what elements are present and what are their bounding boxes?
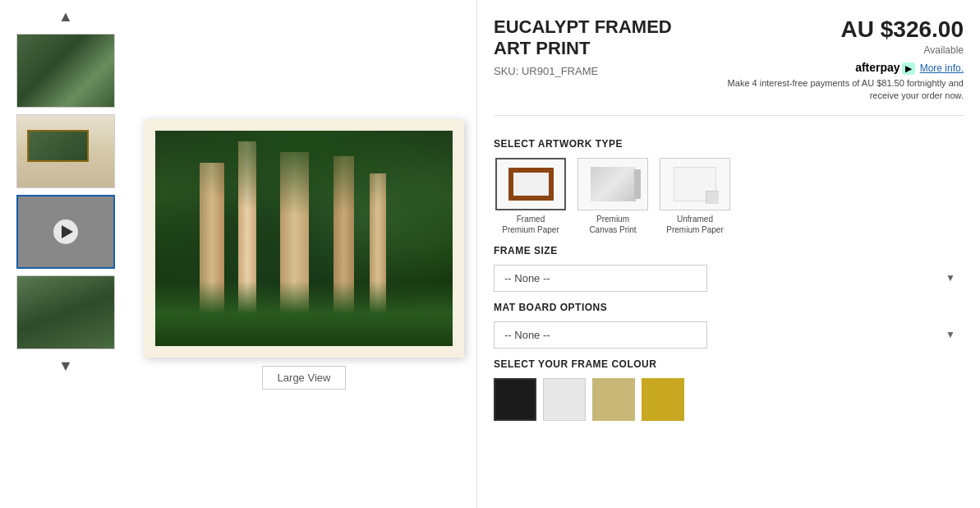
product-header: EUCALYPT FRAMED ART PRINT SKU: UR901_FRA… <box>494 16 964 116</box>
colour-swatch-black[interactable] <box>494 378 536 421</box>
unframed-icon <box>660 158 730 210</box>
nav-up-button[interactable]: ▲ <box>52 7 80 27</box>
thumbnail-4[interactable] <box>16 275 115 349</box>
artwork-type-label: SELECT ARTWORK TYPE <box>494 138 964 150</box>
mat-board-wrapper: -- None -- No Mat Board White Mat Board … <box>494 321 964 349</box>
large-view-button[interactable]: Large View <box>262 366 347 390</box>
product-sku: SKU: UR901_FRAME <box>494 65 708 77</box>
main-image-container: Large View <box>131 0 476 508</box>
nav-down-button[interactable]: ▼ <box>52 356 80 376</box>
frame-colours <box>494 378 964 421</box>
colour-swatch-gold[interactable] <box>642 378 684 421</box>
artwork-type-unframed[interactable]: UnframedPremium Paper <box>658 158 732 235</box>
foliage-overlay <box>155 131 453 217</box>
availability-badge: Available <box>708 44 964 56</box>
afterpay-more-info-link[interactable]: More info. <box>920 62 964 74</box>
sku-value: UR901_FRAME <box>522 65 598 77</box>
framed-icon-inner <box>508 168 554 201</box>
framed-label: FramedPremium Paper <box>502 214 559 235</box>
thumbnail-1[interactable] <box>16 34 115 108</box>
mat-board-select[interactable]: -- None -- No Mat Board White Mat Board … <box>494 321 707 349</box>
product-info-panel: EUCALYPT FRAMED ART PRINT SKU: UR901_FRA… <box>476 0 980 508</box>
mat-board-label: MAT BOARD OPTIONS <box>494 302 964 313</box>
main-artwork <box>144 119 464 358</box>
price: AU $326.00 <box>708 16 964 43</box>
afterpay-row: afterpay▶ More info. <box>708 61 964 75</box>
mat-board-dropdown-arrow: ▼ <box>945 329 955 340</box>
canvas-icon <box>577 158 648 210</box>
artwork-type-framed[interactable]: FramedPremium Paper <box>494 158 568 235</box>
options-section: SELECT ARTWORK TYPE FramedPremium Paper … <box>494 128 964 492</box>
colour-swatch-white[interactable] <box>543 378 586 421</box>
ground-cover <box>155 281 453 346</box>
afterpay-logo: afterpay▶ <box>855 61 914 75</box>
frame-size-label: FRAME SIZE <box>494 245 964 256</box>
frame-size-wrapper: -- None -- Small Medium Large Extra Larg… <box>494 265 964 292</box>
artwork-type-canvas[interactable]: PremiumCanvas Print <box>576 158 650 235</box>
afterpay-text: Make 4 interest-free payments of AU $81.… <box>708 77 964 103</box>
product-title-area: EUCALYPT FRAMED ART PRINT SKU: UR901_FRA… <box>494 16 708 77</box>
colour-swatch-light-gold[interactable] <box>592 378 635 421</box>
frame-size-select[interactable]: -- None -- Small Medium Large Extra Larg… <box>494 265 707 292</box>
unframed-label: UnframedPremium Paper <box>666 214 723 235</box>
artwork-types: FramedPremium Paper PremiumCanvas Print … <box>494 158 964 235</box>
thumbnail-3-video[interactable] <box>16 195 115 269</box>
canvas-icon-inner <box>591 167 636 201</box>
thumbnail-2[interactable] <box>16 114 115 188</box>
frame-colour-label: SELECT YOUR FRAME COLOUR <box>494 358 964 370</box>
play-icon <box>53 219 78 244</box>
canvas-label: PremiumCanvas Print <box>589 214 636 235</box>
frame-size-dropdown-arrow: ▼ <box>945 272 955 284</box>
product-title: EUCALYPT FRAMED ART PRINT <box>494 16 708 60</box>
price-area: AU $326.00 Available afterpay▶ More info… <box>708 16 964 103</box>
sku-label: SKU: <box>494 65 518 77</box>
thumbnail-sidebar: ▲ ▼ <box>0 0 131 508</box>
framed-icon <box>495 158 566 210</box>
unframed-icon-inner <box>674 167 716 201</box>
